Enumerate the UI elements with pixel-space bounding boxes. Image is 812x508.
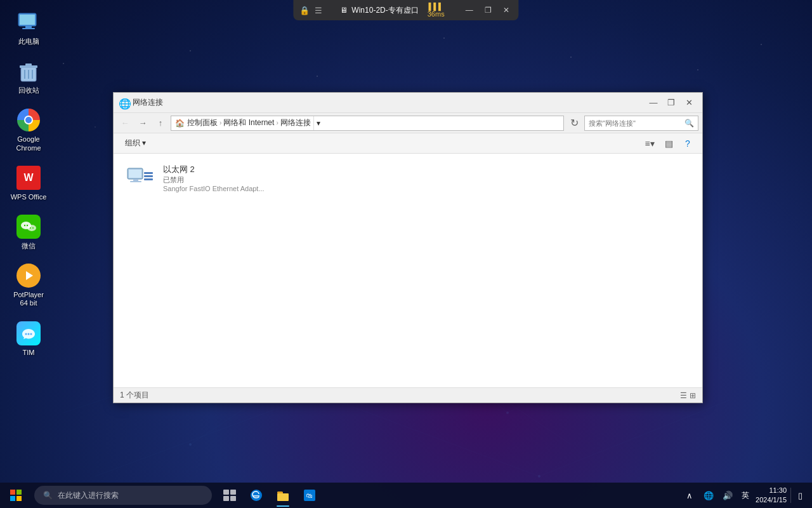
- address-dropdown-btn[interactable]: ▾: [313, 116, 324, 130]
- svg-rect-51: [133, 179, 138, 181]
- tray-chevron[interactable]: ∧: [682, 488, 697, 503]
- show-desktop-btn[interactable]: ▯: [790, 488, 806, 503]
- svg-point-12: [506, 411, 509, 414]
- explorer-close-btn[interactable]: ✕: [681, 96, 697, 110]
- wechat-label: 微信: [22, 242, 36, 250]
- this-pc-label: 此电脑: [18, 37, 39, 46]
- address-part-1[interactable]: 控制面板: [187, 117, 218, 128]
- recycle-bin-icon: [16, 58, 41, 84]
- back-button[interactable]: ←: [117, 116, 133, 131]
- network-tray-icon[interactable]: 🌐: [701, 488, 716, 503]
- desktop-icon-wps[interactable]: W WPS Office: [6, 162, 51, 204]
- forward-button[interactable]: →: [135, 116, 150, 131]
- svg-point-18: [63, 63, 64, 64]
- svg-rect-32: [22, 28, 35, 29]
- up-button[interactable]: ↑: [153, 116, 168, 131]
- menu-icon[interactable]: ☰: [315, 6, 322, 15]
- svg-rect-60: [223, 490, 229, 495]
- svg-point-42: [27, 225, 28, 226]
- svg-rect-62: [223, 496, 229, 501]
- home-icon: 🏠: [175, 119, 185, 128]
- network-adapter-name: 以太网 2: [163, 164, 265, 175]
- potplayer-label: PotPlayer 64 bit: [10, 291, 48, 307]
- desktop-icon-chrome[interactable]: Google Chrome: [6, 104, 51, 155]
- address-bar[interactable]: 🏠 控制面板 › 网络和 Internet › 网络连接 ▾: [171, 116, 564, 131]
- desktop-icon-tim[interactable]: TIM: [6, 318, 51, 360]
- taskbar-explorer[interactable]: [270, 483, 296, 508]
- explorer-statusbar: 1 个项目 ☰ ⊞: [114, 387, 702, 403]
- statusbar-list-view[interactable]: ☰: [680, 391, 687, 400]
- desktop-icon-recycle-bin[interactable]: 回收站: [6, 55, 51, 98]
- taskbar-apps: 🛍: [217, 483, 322, 508]
- window-controls: — ❐ ✕: [462, 4, 513, 16]
- svg-rect-31: [25, 26, 32, 28]
- network-adapter-driver: Sangfor FastIO Ethernet Adapt...: [163, 185, 265, 192]
- explorer-maximize-btn[interactable]: ❐: [663, 96, 679, 110]
- volume-tray-icon[interactable]: 🔊: [720, 488, 735, 503]
- svg-point-47: [28, 333, 30, 335]
- svg-rect-57: [16, 490, 22, 495]
- svg-rect-56: [10, 490, 15, 495]
- svg-point-25: [95, 126, 96, 128]
- svg-rect-59: [16, 496, 22, 501]
- svg-point-21: [443, 37, 445, 39]
- explorer-title-icon: 🌐: [119, 98, 129, 108]
- clock-time: 11:30: [756, 486, 787, 495]
- organize-button[interactable]: 组织 ▾: [120, 136, 151, 150]
- explorer-titlebar: 🌐 网络连接 — ❐ ✕: [114, 93, 702, 113]
- view-toggle-button[interactable]: ≡▾: [641, 136, 658, 151]
- tim-label: TIM: [23, 349, 35, 357]
- statusbar-detail-view[interactable]: ⊞: [690, 391, 696, 400]
- svg-rect-35: [25, 64, 32, 66]
- address-part-3[interactable]: 网络连接: [280, 117, 311, 128]
- network-adapter-item[interactable]: 以太网 2 已禁用 Sangfor FastIO Ethernet Adapt.…: [120, 160, 298, 196]
- chevron-icon-1: ›: [219, 119, 221, 126]
- taskbar-task-view[interactable]: [217, 483, 242, 508]
- start-button[interactable]: [0, 483, 32, 508]
- desktop-icon-wechat[interactable]: 微信: [6, 211, 51, 253]
- svg-rect-63: [230, 496, 236, 501]
- lock-icon[interactable]: 🔒: [299, 6, 310, 15]
- svg-point-44: [32, 227, 34, 229]
- svg-point-14: [189, 443, 192, 446]
- explorer-minimize-btn[interactable]: —: [645, 96, 662, 110]
- taskbar-search[interactable]: 🔍 在此键入进行搜索: [34, 486, 212, 505]
- svg-point-24: [761, 44, 762, 45]
- close-btn[interactable]: ✕: [500, 4, 513, 16]
- address-part-2[interactable]: 网络和 Internet: [223, 117, 274, 128]
- system-clock[interactable]: 11:30 2024/1/15: [756, 486, 787, 505]
- remote-desktop-toolbar[interactable]: 🔒 ☰ 🖥 Win10-2D-专有虚⼝ ▌▌▌ 36ms — ❐ ✕: [293, 0, 518, 20]
- svg-point-17: [538, 475, 540, 478]
- chevron-icon-2: ›: [276, 119, 278, 126]
- search-bar[interactable]: 🔍: [584, 116, 698, 131]
- explorer-window: 🌐 网络连接 — ❐ ✕ ← → ↑ 🏠 控制面板 › 网络和 Internet…: [113, 92, 703, 403]
- chrome-label: Google Chrome: [10, 135, 48, 152]
- svg-rect-54: [144, 175, 153, 177]
- explorer-window-controls: — ❐ ✕: [645, 96, 697, 110]
- taskbar-search-placeholder: 在此键入进行搜索: [58, 490, 119, 501]
- svg-marker-45: [26, 271, 33, 280]
- help-button[interactable]: ?: [679, 136, 696, 151]
- restore-btn[interactable]: ❐: [481, 4, 495, 16]
- svg-point-20: [317, 76, 318, 77]
- desktop-icon-this-pc[interactable]: 此电脑: [6, 6, 51, 49]
- desktop-icon-potplayer[interactable]: PotPlayer 64 bit: [6, 260, 51, 311]
- taskbar-store[interactable]: 🛍: [297, 483, 322, 508]
- svg-rect-53: [144, 172, 153, 174]
- svg-point-40: [27, 225, 36, 231]
- screen-icon: 🖥: [340, 6, 348, 15]
- command-bar-right: ≡▾ ▤ ?: [641, 136, 696, 151]
- items-count: 1 个项目: [120, 390, 149, 401]
- svg-point-22: [570, 57, 572, 58]
- taskbar: 🔍 在此键入进行搜索: [0, 483, 812, 508]
- search-input[interactable]: [589, 119, 682, 127]
- taskbar-edge[interactable]: [244, 483, 269, 508]
- language-indicator[interactable]: 英: [739, 489, 752, 502]
- clock-date: 2024/1/15: [756, 495, 787, 505]
- svg-rect-55: [144, 178, 153, 180]
- svg-rect-50: [129, 170, 141, 178]
- minimize-btn[interactable]: —: [462, 4, 476, 16]
- refresh-button[interactable]: ↻: [566, 116, 582, 131]
- preview-pane-button[interactable]: ▤: [660, 136, 677, 151]
- desktop: 🔒 ☰ 🖥 Win10-2D-专有虚⼝ ▌▌▌ 36ms — ❐ ✕: [0, 0, 812, 508]
